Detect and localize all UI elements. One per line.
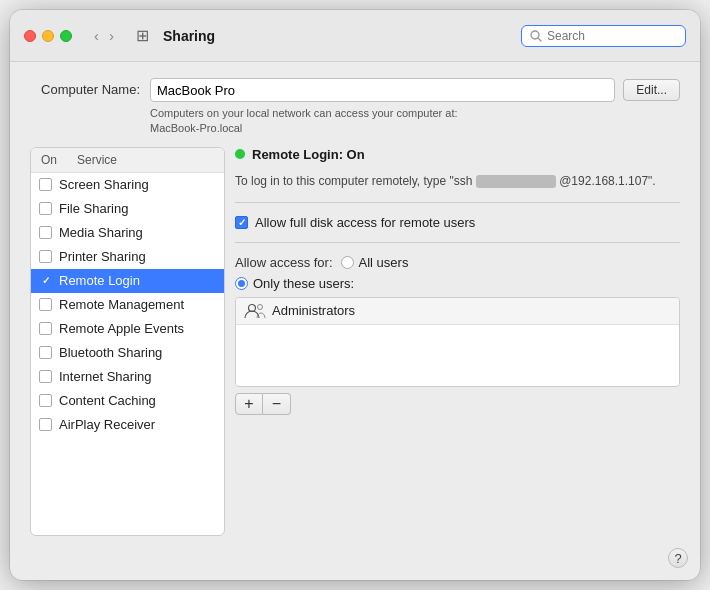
main-area: On Service Screen Sharing File Sharing <box>30 147 680 536</box>
maximize-button[interactable] <box>60 30 72 42</box>
minimize-button[interactable] <box>42 30 54 42</box>
status-row: Remote Login: On <box>235 147 680 162</box>
all-users-radio[interactable] <box>341 256 354 269</box>
service-item-printer-sharing[interactable]: Printer Sharing <box>31 245 224 269</box>
all-users-option[interactable]: All users <box>341 255 409 270</box>
remove-user-button[interactable]: − <box>263 393 291 415</box>
screen-sharing-label: Screen Sharing <box>59 177 149 192</box>
service-item-remote-login[interactable]: Remote Login <box>31 269 224 293</box>
media-sharing-checkbox[interactable] <box>39 226 52 239</box>
back-button[interactable]: ‹ <box>90 26 103 45</box>
users-buttons: + − <box>235 393 680 415</box>
internet-sharing-label: Internet Sharing <box>59 369 152 384</box>
service-item-bluetooth-sharing[interactable]: Bluetooth Sharing <box>31 341 224 365</box>
remote-apple-events-checkbox[interactable] <box>39 322 52 335</box>
service-item-screen-sharing[interactable]: Screen Sharing <box>31 173 224 197</box>
titlebar: ‹ › ⊞ Sharing <box>10 10 700 62</box>
svg-line-1 <box>538 38 541 41</box>
file-sharing-label: File Sharing <box>59 201 128 216</box>
content-caching-checkbox[interactable] <box>39 394 52 407</box>
all-users-label: All users <box>359 255 409 270</box>
content-caching-label: Content Caching <box>59 393 156 408</box>
status-text: Remote Login: On <box>252 147 365 162</box>
remote-management-checkbox[interactable] <box>39 298 52 311</box>
remote-apple-events-label: Remote Apple Events <box>59 321 184 336</box>
window-title: Sharing <box>163 28 513 44</box>
computer-name-label: Computer Name: <box>30 78 140 97</box>
access-for-label: Allow access for: <box>235 255 333 270</box>
nav-arrows: ‹ › <box>90 26 118 45</box>
printer-sharing-checkbox[interactable] <box>39 250 52 263</box>
administrators-label: Administrators <box>272 303 355 318</box>
full-disk-checkbox[interactable] <box>235 216 248 229</box>
col-on-label: On <box>41 153 57 167</box>
remote-management-label: Remote Management <box>59 297 184 312</box>
status-dot <box>235 149 245 159</box>
full-disk-label: Allow full disk access for remote users <box>255 215 475 230</box>
file-sharing-checkbox[interactable] <box>39 202 52 215</box>
service-item-file-sharing[interactable]: File Sharing <box>31 197 224 221</box>
users-list-body <box>236 325 679 385</box>
col-service-label: Service <box>77 153 117 167</box>
help-button[interactable]: ? <box>668 548 688 568</box>
bluetooth-sharing-label: Bluetooth Sharing <box>59 345 162 360</box>
internet-sharing-checkbox[interactable] <box>39 370 52 383</box>
network-info: Computers on your local network can acce… <box>150 106 680 137</box>
access-section: Allow access for: All users Only these u… <box>235 255 680 415</box>
service-item-remote-management[interactable]: Remote Management <box>31 293 224 317</box>
bottom-bar: ? <box>10 548 700 580</box>
service-item-media-sharing[interactable]: Media Sharing <box>31 221 224 245</box>
airplay-receiver-checkbox[interactable] <box>39 418 52 431</box>
main-window: ‹ › ⊞ Sharing Computer Name: Edit... Com… <box>10 10 700 580</box>
edit-button[interactable]: Edit... <box>623 79 680 101</box>
content-area: Computer Name: Edit... Computers on your… <box>10 62 700 548</box>
screen-sharing-checkbox[interactable] <box>39 178 52 191</box>
close-button[interactable] <box>24 30 36 42</box>
divider-2 <box>235 242 680 243</box>
computer-name-section: Computer Name: Edit... Computers on your… <box>30 78 680 137</box>
search-input[interactable] <box>547 29 677 43</box>
service-item-airplay-receiver[interactable]: AirPlay Receiver <box>31 413 224 437</box>
services-header: On Service <box>31 148 224 173</box>
svg-point-3 <box>258 304 263 309</box>
services-list: Screen Sharing File Sharing Media Sharin… <box>31 173 224 535</box>
media-sharing-label: Media Sharing <box>59 225 143 240</box>
grid-icon[interactable]: ⊞ <box>136 26 149 45</box>
computer-name-right: Edit... Computers on your local network … <box>150 78 680 137</box>
service-item-internet-sharing[interactable]: Internet Sharing <box>31 365 224 389</box>
only-users-label: Only these users: <box>253 276 354 291</box>
bluetooth-sharing-checkbox[interactable] <box>39 346 52 359</box>
divider-1 <box>235 202 680 203</box>
full-disk-row: Allow full disk access for remote users <box>235 215 680 230</box>
blurred-username <box>476 175 556 188</box>
printer-sharing-label: Printer Sharing <box>59 249 146 264</box>
remote-login-label: Remote Login <box>59 273 140 288</box>
users-list-header: Administrators <box>236 298 679 325</box>
ssh-info: To log in to this computer remotely, typ… <box>235 172 680 190</box>
group-icon <box>244 303 266 319</box>
forward-button[interactable]: › <box>105 26 118 45</box>
add-user-button[interactable]: + <box>235 393 263 415</box>
search-box <box>521 25 686 47</box>
traffic-lights <box>24 30 72 42</box>
only-users-row[interactable]: Only these users: <box>235 276 680 291</box>
service-item-remote-apple-events[interactable]: Remote Apple Events <box>31 317 224 341</box>
services-panel: On Service Screen Sharing File Sharing <box>30 147 225 536</box>
detail-panel: Remote Login: On To log in to this compu… <box>235 147 680 536</box>
remote-login-checkbox[interactable] <box>39 274 52 287</box>
computer-name-input-row: Edit... <box>150 78 680 102</box>
access-for-row: Allow access for: All users <box>235 255 680 270</box>
only-users-radio[interactable] <box>235 277 248 290</box>
airplay-receiver-label: AirPlay Receiver <box>59 417 155 432</box>
search-icon <box>530 30 542 42</box>
users-list-container: Administrators <box>235 297 680 387</box>
computer-name-input[interactable] <box>150 78 615 102</box>
service-item-content-caching[interactable]: Content Caching <box>31 389 224 413</box>
